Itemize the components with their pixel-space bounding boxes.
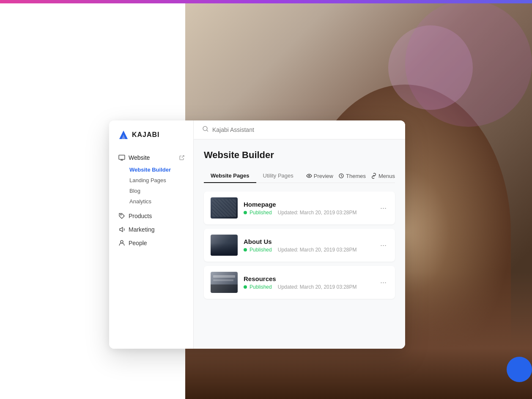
page-info-resources: Resources Published Updated: March 20, 2… (244, 275, 373, 290)
svg-point-6 (121, 240, 123, 243)
sidebar-item-website[interactable]: Website (114, 151, 188, 164)
page-card-homepage: Homepage Published Updated: March 20, 20… (204, 191, 395, 224)
page-info-about-us: About Us Published Updated: March 20, 20… (244, 238, 373, 253)
sidebar-item-landing-pages[interactable]: Landing Pages (126, 175, 188, 186)
tabs-row: Website Pages Utility Pages Preview (204, 169, 395, 183)
page-status-row-about-us: Published Updated: March 20, 2019 03:28P… (244, 247, 373, 253)
svg-rect-2 (119, 155, 125, 159)
status-dot-homepage (244, 211, 247, 214)
person-icon (118, 240, 125, 246)
page-title: Website Builder (204, 150, 395, 161)
sidebar-item-analytics[interactable]: Analytics (126, 196, 188, 207)
page-meta-resources: Updated: March 20, 2019 03:28PM (278, 284, 357, 290)
more-button-resources[interactable]: ··· (378, 276, 388, 289)
page-info-homepage: Homepage Published Updated: March 20, 20… (244, 201, 373, 216)
sidebar-item-marketing[interactable]: Marketing (114, 223, 188, 236)
search-bar (194, 120, 405, 139)
tab-actions: Preview Themes Menus (306, 173, 395, 179)
search-input[interactable] (212, 126, 397, 133)
svg-line-8 (207, 130, 208, 131)
page-thumbnail-homepage (211, 197, 238, 219)
sidebar-item-website-label: Website (129, 154, 150, 161)
tab-group-left: Website Pages Utility Pages (204, 169, 306, 183)
tab-website-pages[interactable]: Website Pages (204, 169, 256, 183)
status-text-resources: Published (250, 284, 272, 290)
themes-icon (338, 173, 344, 179)
link-icon (371, 173, 377, 179)
svg-point-5 (121, 214, 121, 215)
sidebar-item-website-builder[interactable]: Website Builder (126, 164, 188, 175)
page-meta-homepage: Updated: March 20, 2019 03:28PM (278, 210, 357, 216)
kajabi-logo-icon (118, 129, 129, 141)
external-link-icon (179, 155, 185, 161)
sidebar-item-products-label: Products (129, 213, 152, 219)
logo-text: KAJABI (132, 131, 160, 139)
page-meta-about-us: Updated: March 20, 2019 03:28PM (278, 247, 357, 253)
preview-button[interactable]: Preview (306, 173, 333, 179)
sidebar-item-products[interactable]: Products (114, 209, 188, 223)
status-text-about-us: Published (250, 247, 272, 253)
tab-utility-pages[interactable]: Utility Pages (256, 169, 300, 183)
svg-point-9 (308, 175, 310, 177)
app-panel: KAJABI Website (109, 120, 405, 349)
bg-decoration-2 (405, 0, 532, 127)
more-button-homepage[interactable]: ··· (378, 202, 388, 214)
status-dot-resources (244, 285, 247, 289)
page-name-resources: Resources (244, 275, 373, 282)
page-thumbnail-about-us (211, 235, 238, 256)
page-card-about-us: About Us Published Updated: March 20, 20… (204, 229, 395, 262)
tag-icon (118, 213, 125, 219)
page-status-row-homepage: Published Updated: March 20, 2019 03:28P… (244, 210, 373, 216)
megaphone-icon (118, 226, 125, 233)
page-thumbnail-resources (211, 272, 238, 293)
page-status-row-resources: Published Updated: March 20, 2019 03:28P… (244, 284, 373, 290)
sidebar: KAJABI Website (109, 120, 194, 349)
themes-button[interactable]: Themes (338, 173, 366, 179)
sidebar-item-people[interactable]: People (114, 236, 188, 250)
sidebar-item-blog[interactable]: Blog (126, 186, 188, 196)
nav-group-website: Website Website Builder Landing Pages Bl… (114, 151, 188, 207)
pages-list: Homepage Published Updated: March 20, 20… (204, 191, 395, 299)
page-name-about-us: About Us (244, 238, 373, 245)
nav-section: Website Website Builder Landing Pages Bl… (109, 151, 193, 250)
content-area: Website Builder Website Pages Utility Pa… (194, 139, 405, 349)
monitor-icon (118, 154, 125, 161)
logo-area: KAJABI (109, 129, 193, 151)
svg-point-7 (203, 126, 207, 131)
nav-sub-items-website: Website Builder Landing Pages Blog Analy… (114, 164, 188, 207)
main-content: Website Builder Website Pages Utility Pa… (194, 120, 405, 349)
more-button-about-us[interactable]: ··· (378, 239, 388, 251)
blue-circle-button[interactable] (507, 357, 532, 382)
page-card-resources: Resources Published Updated: March 20, 2… (204, 266, 395, 299)
sidebar-item-people-label: People (129, 240, 147, 246)
search-icon (202, 126, 209, 134)
page-name-homepage: Homepage (244, 201, 373, 208)
status-dot-about-us (244, 248, 247, 251)
menus-button[interactable]: Menus (371, 173, 395, 179)
status-text-homepage: Published (250, 210, 272, 216)
top-bar (0, 0, 532, 3)
sidebar-item-marketing-label: Marketing (129, 226, 154, 233)
eye-icon (306, 173, 312, 179)
